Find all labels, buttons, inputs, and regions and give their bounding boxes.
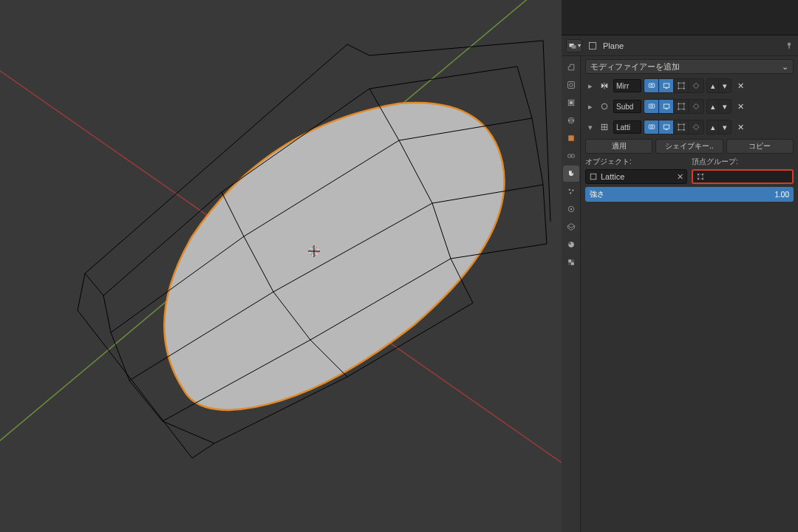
remove-modifier-button[interactable]: ✕ <box>734 100 747 113</box>
svg-point-51 <box>650 126 652 128</box>
svg-rect-8 <box>788 45 790 49</box>
modifier-lattice-header: ▾ Latti ▴ ▾ ✕ <box>585 118 794 136</box>
svg-point-13 <box>568 117 574 123</box>
move-up-button[interactable]: ▴ <box>707 100 719 113</box>
svg-point-37 <box>601 103 607 109</box>
strength-slider[interactable]: 強さ 1.00 <box>585 187 794 202</box>
subdiv-icon <box>598 100 611 113</box>
svg-rect-59 <box>590 174 596 180</box>
lattice-object-value: Lattice <box>601 172 624 181</box>
toggle-realtime[interactable] <box>659 120 674 134</box>
svg-point-16 <box>571 154 575 158</box>
svg-point-45 <box>678 109 679 110</box>
tab-material[interactable] <box>563 236 579 253</box>
svg-rect-31 <box>665 88 667 89</box>
viewport-3d[interactable] <box>0 0 562 532</box>
remove-modifier-button[interactable]: ✕ <box>734 79 747 92</box>
toggle-render[interactable] <box>644 79 659 92</box>
svg-point-18 <box>572 189 573 191</box>
toggle-render[interactable] <box>644 100 659 113</box>
svg-rect-40 <box>664 104 669 108</box>
object-label: オブジェクト: <box>585 157 687 167</box>
visibility-toggles <box>644 78 704 93</box>
tab-world[interactable] <box>563 112 579 129</box>
svg-point-35 <box>678 88 679 89</box>
vertex-group-field[interactable] <box>692 169 794 184</box>
toggle-cage[interactable] <box>689 120 703 134</box>
pin-icon[interactable] <box>785 41 794 50</box>
tab-physics[interactable] <box>563 201 579 217</box>
svg-point-17 <box>568 189 570 191</box>
svg-point-55 <box>678 123 679 125</box>
properties-breadcrumb: ▾ Plane <box>562 35 798 56</box>
add-modifier-label: モディファイアーを追加 <box>590 61 680 72</box>
copy-button[interactable]: コピー <box>726 139 794 154</box>
properties-tabs <box>562 56 581 532</box>
clear-object-button[interactable]: ✕ <box>677 172 683 182</box>
svg-rect-25 <box>571 262 574 265</box>
move-up-button[interactable]: ▴ <box>707 79 719 92</box>
vgroup-label: 頂点グループ: <box>692 157 794 167</box>
svg-rect-26 <box>571 259 574 262</box>
top-header-spacer <box>562 0 798 35</box>
svg-point-29 <box>650 84 652 86</box>
modifier-name-input[interactable]: Mirr <box>613 79 641 92</box>
svg-point-44 <box>683 103 684 104</box>
expand-toggle[interactable]: ▾ <box>585 123 596 132</box>
toggle-cage[interactable] <box>689 79 703 92</box>
tab-scene[interactable] <box>563 95 579 111</box>
svg-rect-27 <box>568 262 571 265</box>
svg-rect-54 <box>678 124 684 130</box>
mirror-icon <box>598 79 611 92</box>
remove-modifier-button[interactable]: ✕ <box>734 120 747 134</box>
svg-rect-42 <box>678 103 684 109</box>
svg-point-36 <box>683 88 684 89</box>
svg-point-46 <box>683 109 684 110</box>
svg-rect-30 <box>664 83 669 87</box>
svg-rect-41 <box>665 109 667 109</box>
move-down-button[interactable]: ▾ <box>719 100 731 113</box>
apply-shapekey-button[interactable]: シェイプキー.. <box>655 139 723 154</box>
chevron-down-icon: ⌄ <box>782 62 788 72</box>
tab-constraints[interactable] <box>563 148 579 164</box>
modifier-mirror-header: ▸ Mirr ▴ ▾ ✕ <box>585 77 794 95</box>
modifier-panel: モディファイアーを追加 ⌄ ▸ Mirr ▴ <box>581 56 798 532</box>
tab-data[interactable] <box>563 219 579 235</box>
tab-modifiers[interactable] <box>563 166 579 182</box>
svg-rect-6 <box>590 42 596 49</box>
toggle-editmode[interactable] <box>674 79 689 92</box>
tab-object[interactable] <box>563 130 579 146</box>
object-data-icon <box>589 172 598 181</box>
toggle-realtime[interactable] <box>659 100 674 113</box>
svg-point-23 <box>569 242 571 245</box>
expand-toggle[interactable]: ▸ <box>585 102 596 112</box>
toggle-editmode[interactable] <box>674 120 689 134</box>
strength-value: 1.00 <box>775 191 789 199</box>
tab-output[interactable] <box>563 77 579 93</box>
tab-particles[interactable] <box>563 183 579 200</box>
svg-rect-32 <box>678 83 684 89</box>
toggle-render[interactable] <box>644 120 659 134</box>
move-up-button[interactable]: ▴ <box>707 120 719 134</box>
svg-point-56 <box>683 123 684 125</box>
svg-rect-5 <box>571 45 576 49</box>
move-down-button[interactable]: ▾ <box>719 120 731 134</box>
lattice-object-field[interactable]: Lattice ✕ <box>585 169 687 184</box>
modifier-name-input[interactable]: Subd <box>613 100 641 113</box>
tab-render[interactable] <box>563 59 579 75</box>
move-down-button[interactable]: ▾ <box>719 79 731 92</box>
apply-button[interactable]: 適用 <box>585 139 652 154</box>
svg-point-34 <box>683 82 684 83</box>
add-modifier-dropdown[interactable]: モディファイアーを追加 ⌄ <box>585 59 794 74</box>
toggle-cage[interactable] <box>689 100 703 113</box>
lattice-icon <box>598 120 611 134</box>
svg-point-57 <box>678 129 679 131</box>
tab-texture[interactable] <box>563 254 579 270</box>
svg-rect-64 <box>698 174 703 179</box>
expand-toggle[interactable]: ▸ <box>585 81 596 91</box>
context-selector[interactable]: ▾ <box>566 39 582 52</box>
toggle-realtime[interactable] <box>659 79 674 92</box>
modifier-name-input[interactable]: Latti <box>613 120 641 134</box>
object-icon <box>588 41 597 50</box>
toggle-editmode[interactable] <box>674 100 689 113</box>
